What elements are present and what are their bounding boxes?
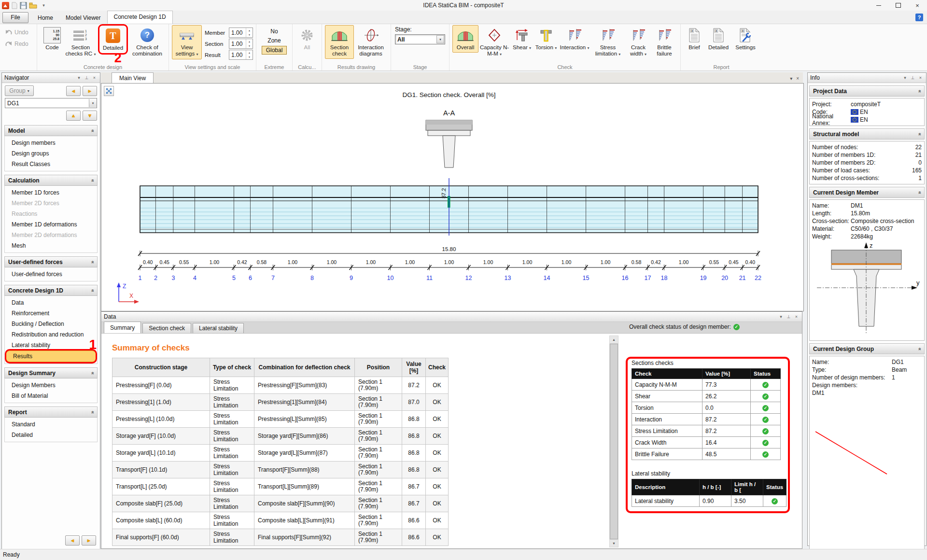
result-scale-stepper[interactable]: 1.00▲▼ — [229, 50, 253, 60]
info-section-structural-model[interactable]: Structural model» — [809, 128, 925, 140]
close-icon[interactable]: × — [796, 76, 799, 81]
navigator-item-buckling-deflection[interactable]: Buckling / Deflection — [5, 319, 97, 329]
crack-width-button[interactable]: Crack width ▾ — [625, 25, 651, 59]
redo-button[interactable]: Redo — [5, 41, 28, 47]
brief-report-button[interactable]: a Brief — [684, 25, 705, 53]
scroll-down-icon[interactable]: ▼ — [610, 539, 618, 547]
navigator-item-redistribution-and-reduction[interactable]: Redistribution and reduction — [5, 329, 97, 340]
navigate-down-button[interactable]: ► — [82, 535, 96, 546]
code-button[interactable]: 1.159025.8 Code — [40, 25, 64, 53]
view-settings-button[interactable]: View settings ▾ — [172, 25, 202, 59]
info-value: Beam — [892, 366, 922, 373]
info-section-project-data[interactable]: Project Data» — [809, 85, 925, 97]
overall-check-button[interactable]: Overall — [452, 25, 478, 53]
navigator-item-design-groups[interactable]: Design groups — [5, 148, 97, 159]
stage-select[interactable]: All ▾ — [395, 34, 445, 44]
interaction-check-button[interactable]: Interaction ▾ — [559, 25, 590, 53]
navigator-section-model[interactable]: Model» — [4, 125, 98, 136]
fit-view-button[interactable] — [104, 86, 114, 96]
tab-home[interactable]: Home — [31, 12, 59, 24]
extreme-zone-option[interactable]: Zone — [264, 37, 284, 44]
tab-file[interactable]: File — [2, 12, 28, 23]
panel-menu-icon[interactable]: ▾ — [902, 75, 908, 80]
navigator-section-report[interactable]: Report» — [4, 406, 98, 418]
undo-button[interactable]: Undo — [5, 29, 28, 36]
next-member-button[interactable]: ▼ — [83, 111, 97, 121]
navigator-item-design-members[interactable]: Design members — [5, 138, 97, 148]
stress-limitation-button[interactable]: Stress limitation ▾ — [590, 25, 625, 59]
navigator-item-mesh[interactable]: Mesh — [5, 240, 97, 251]
help-button[interactable]: ? — [915, 14, 923, 21]
navigator-item-standard[interactable]: Standard — [5, 419, 97, 430]
new-file-icon[interactable] — [11, 2, 18, 9]
navigator-section-user-defined-forces[interactable]: User-defined forces» — [4, 256, 98, 267]
detailed-check-button[interactable]: T Detailed — [100, 26, 126, 53]
scrollbar-thumb[interactable] — [610, 344, 618, 539]
data-tab-summary[interactable]: Summary — [104, 322, 141, 333]
navigator-item-design-members[interactable]: Design Members — [5, 380, 97, 391]
report-settings-button[interactable]: a Settings — [732, 25, 759, 53]
group-mode-button[interactable]: Group▾ — [5, 85, 34, 96]
tab-model-viewer[interactable]: Model Viewer — [59, 12, 107, 24]
redo-icon — [5, 41, 13, 47]
check-of-combination-button[interactable]: ? Check of combination — [129, 25, 166, 59]
pin-icon[interactable]: ⊥ — [786, 314, 792, 319]
panel-menu-icon[interactable]: ▾ — [778, 314, 784, 319]
detailed-report-button[interactable]: a Detailed — [705, 25, 732, 53]
tab-concrete-design-1d[interactable]: Concrete Design 1D — [107, 11, 173, 24]
extreme-no-option[interactable]: No — [267, 28, 281, 35]
torsion-check-button[interactable]: Torsion ▾ — [534, 25, 559, 53]
navigate-up-button[interactable]: ◄ — [65, 535, 80, 546]
navigator-section-concrete-design-1d[interactable]: Concrete Design 1D» — [4, 285, 98, 296]
panel-menu-icon[interactable]: ▾ — [76, 75, 82, 80]
member-scale-stepper[interactable]: 1.00▲▼ — [229, 28, 253, 38]
beam-icon — [179, 29, 195, 41]
next-group-button[interactable]: ► — [83, 86, 97, 96]
navigator-section-design-summary[interactable]: Design Summary» — [4, 367, 98, 378]
pin-icon[interactable]: ⊥ — [910, 75, 916, 80]
data-tab-lateral-stability[interactable]: Lateral stability — [193, 323, 244, 333]
previous-member-button[interactable]: ▲ — [66, 111, 81, 121]
brittle-failure-button[interactable]: Brittle failure — [651, 25, 677, 59]
design-group-select[interactable]: DG1 ▾ — [5, 98, 97, 108]
minimize-button[interactable] — [869, 0, 888, 11]
scroll-up-icon[interactable]: ▲ — [610, 336, 618, 344]
navigator-item-data[interactable]: Data — [5, 297, 97, 308]
vertical-scrollbar[interactable]: ▲ ▼ — [609, 336, 618, 547]
navigator-item-detailed[interactable]: Detailed — [5, 430, 97, 440]
extreme-global-option[interactable]: Global — [262, 46, 287, 55]
panel-menu-icon[interactable]: ▾ — [790, 76, 792, 81]
close-button[interactable]: × — [908, 0, 927, 11]
navigator-item-result-classes[interactable]: Result Classes — [5, 159, 97, 169]
shear-check-button[interactable]: Shear ▾ — [510, 25, 534, 53]
info-section-current-design-member[interactable]: Current Design Member» — [809, 187, 925, 198]
navigator-item-user-defined-forces[interactable]: User-defined forces — [5, 269, 97, 280]
main-view-tab[interactable]: Main View — [112, 72, 154, 83]
navigator-section-calculation[interactable]: Calculation» — [4, 175, 98, 186]
previous-group-button[interactable]: ◄ — [66, 86, 81, 96]
data-tab-section-check[interactable]: Section check — [142, 323, 191, 333]
close-icon[interactable]: × — [91, 75, 98, 80]
save-icon[interactable] — [20, 2, 27, 9]
navigator-item-bill-of-material[interactable]: Bill of Material — [5, 391, 97, 401]
info-section-current-design-group[interactable]: Current Design Group» — [809, 343, 925, 354]
open-folder-icon[interactable] — [29, 2, 37, 9]
quick-access-dropdown-icon[interactable]: ▾ — [41, 3, 47, 8]
navigator-item-member-1d-forces[interactable]: Member 1D forces — [5, 187, 97, 198]
navigator-item-results[interactable]: Results1 — [6, 350, 96, 362]
section-scale-stepper[interactable]: 1.00▲▼ — [229, 39, 253, 49]
section-check-button[interactable]: Section check — [325, 25, 354, 59]
calculate-all-button[interactable]: All — [295, 25, 319, 53]
section-checks-rc-button[interactable]: 123 Section checks RC ▾ — [64, 25, 97, 59]
navigator-item-lateral-stability[interactable]: Lateral stability — [5, 340, 97, 350]
maximize-button[interactable] — [888, 0, 908, 11]
navigator-item-member-1d-deformations[interactable]: Member 1D deformations — [5, 219, 97, 230]
interaction-diagrams-button[interactable]: Interaction diagrams — [354, 25, 388, 59]
navigator-item-reinforcement[interactable]: Reinforcement — [5, 308, 97, 319]
capacity-nmm-button[interactable]: Capacity N-M-M ▾ — [478, 25, 510, 59]
summary-heading: Summary of checks — [112, 343, 190, 353]
pin-icon[interactable]: ⊥ — [84, 75, 90, 80]
close-icon[interactable]: × — [793, 314, 800, 319]
main-view[interactable]: DG1. Section check. Overall [%]A-A87.215… — [101, 83, 804, 311]
close-icon[interactable]: × — [917, 75, 924, 80]
